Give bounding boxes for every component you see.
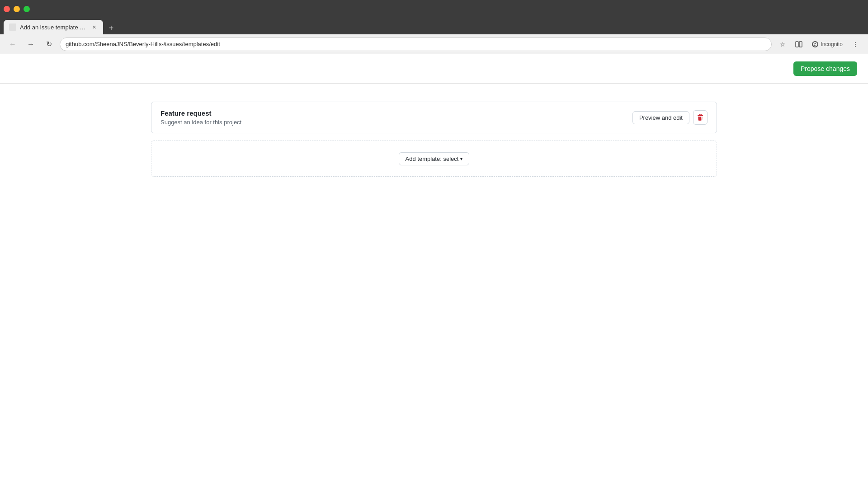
tab-close-button[interactable]: ✕	[90, 23, 98, 31]
forward-button[interactable]: →	[24, 37, 38, 52]
window-controls	[4, 6, 30, 12]
refresh-button[interactable]: ↻	[42, 37, 56, 52]
tab-favicon	[9, 23, 16, 31]
page-content: Propose changes Feature request Suggest …	[0, 54, 868, 488]
menu-button[interactable]: ⋮	[848, 37, 863, 52]
incognito-label: Incognito	[821, 41, 843, 47]
template-actions: Preview and edit	[632, 110, 708, 125]
add-template-label: Add template: select	[406, 155, 459, 162]
split-screen-button[interactable]	[792, 37, 806, 52]
new-tab-button[interactable]: +	[105, 22, 118, 34]
propose-changes-button[interactable]: Propose changes	[793, 61, 857, 76]
delete-template-button[interactable]	[693, 110, 708, 125]
window-close-button[interactable]	[4, 6, 10, 12]
svg-rect-1	[799, 42, 802, 47]
trash-icon	[697, 114, 704, 121]
address-bar[interactable]: github.com/SheenaJNS/Beverly-Hills-/issu…	[60, 38, 772, 51]
template-card: Feature request Suggest an idea for this…	[151, 102, 717, 133]
window-minimize-button[interactable]	[14, 6, 20, 12]
main-content: Feature request Suggest an idea for this…	[140, 84, 728, 195]
incognito-badge: Incognito	[808, 37, 846, 52]
add-template-card: Add template: select ▾	[151, 141, 717, 177]
bookmark-button[interactable]: ☆	[775, 37, 790, 52]
template-description: Suggest an idea for this project	[160, 119, 241, 126]
svg-rect-0	[796, 42, 798, 47]
preview-edit-button[interactable]: Preview and edit	[632, 111, 689, 124]
template-title: Feature request	[160, 109, 241, 117]
title-bar	[0, 0, 868, 18]
browser-chrome: Add an issue template to Shee... ✕ + ← →…	[0, 0, 868, 54]
back-button[interactable]: ←	[5, 37, 20, 52]
page-header: Propose changes	[0, 54, 868, 84]
nav-bar: ← → ↻ github.com/SheenaJNS/Beverly-Hills…	[0, 34, 868, 54]
tab-title: Add an issue template to Shee...	[20, 24, 87, 31]
url-text: github.com/SheenaJNS/Beverly-Hills-/issu…	[66, 41, 766, 47]
template-info: Feature request Suggest an idea for this…	[160, 109, 241, 126]
active-tab[interactable]: Add an issue template to Shee... ✕	[4, 20, 103, 34]
chevron-down-icon: ▾	[460, 156, 462, 161]
window-maximize-button[interactable]	[24, 6, 30, 12]
add-template-button[interactable]: Add template: select ▾	[399, 152, 470, 165]
nav-actions: ☆ Incognito ⋮	[775, 37, 863, 52]
tab-bar: Add an issue template to Shee... ✕ +	[0, 18, 868, 34]
